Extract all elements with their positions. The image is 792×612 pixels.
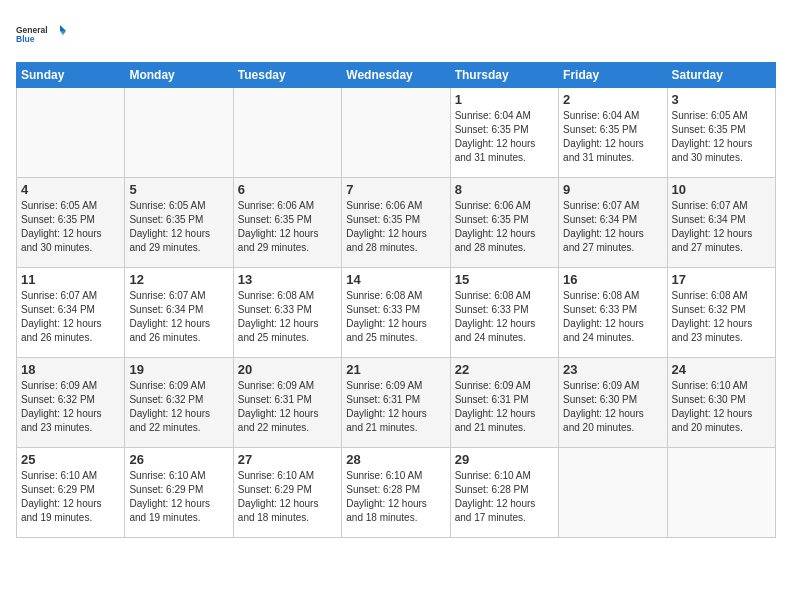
day-number: 26 xyxy=(129,452,228,467)
day-cell: 3Sunrise: 6:05 AMSunset: 6:35 PMDaylight… xyxy=(667,88,775,178)
day-cell: 4Sunrise: 6:05 AMSunset: 6:35 PMDaylight… xyxy=(17,178,125,268)
day-cell: 9Sunrise: 6:07 AMSunset: 6:34 PMDaylight… xyxy=(559,178,667,268)
day-cell: 25Sunrise: 6:10 AMSunset: 6:29 PMDayligh… xyxy=(17,448,125,538)
day-info: Sunrise: 6:09 AMSunset: 6:32 PMDaylight:… xyxy=(129,379,228,435)
day-number: 21 xyxy=(346,362,445,377)
col-header-saturday: Saturday xyxy=(667,63,775,88)
day-info: Sunrise: 6:10 AMSunset: 6:29 PMDaylight:… xyxy=(129,469,228,525)
day-cell: 10Sunrise: 6:07 AMSunset: 6:34 PMDayligh… xyxy=(667,178,775,268)
day-number: 29 xyxy=(455,452,554,467)
day-cell: 16Sunrise: 6:08 AMSunset: 6:33 PMDayligh… xyxy=(559,268,667,358)
day-info: Sunrise: 6:06 AMSunset: 6:35 PMDaylight:… xyxy=(346,199,445,255)
day-number: 28 xyxy=(346,452,445,467)
day-info: Sunrise: 6:10 AMSunset: 6:29 PMDaylight:… xyxy=(238,469,337,525)
day-number: 9 xyxy=(563,182,662,197)
day-info: Sunrise: 6:08 AMSunset: 6:33 PMDaylight:… xyxy=(346,289,445,345)
calendar-table: SundayMondayTuesdayWednesdayThursdayFrid… xyxy=(16,62,776,538)
week-row-5: 25Sunrise: 6:10 AMSunset: 6:29 PMDayligh… xyxy=(17,448,776,538)
day-number: 6 xyxy=(238,182,337,197)
day-info: Sunrise: 6:10 AMSunset: 6:29 PMDaylight:… xyxy=(21,469,120,525)
day-number: 2 xyxy=(563,92,662,107)
day-number: 7 xyxy=(346,182,445,197)
day-cell: 6Sunrise: 6:06 AMSunset: 6:35 PMDaylight… xyxy=(233,178,341,268)
header: General Blue xyxy=(16,16,776,54)
day-info: Sunrise: 6:08 AMSunset: 6:33 PMDaylight:… xyxy=(563,289,662,345)
day-number: 3 xyxy=(672,92,771,107)
day-cell: 23Sunrise: 6:09 AMSunset: 6:30 PMDayligh… xyxy=(559,358,667,448)
day-number: 25 xyxy=(21,452,120,467)
day-info: Sunrise: 6:08 AMSunset: 6:32 PMDaylight:… xyxy=(672,289,771,345)
day-info: Sunrise: 6:07 AMSunset: 6:34 PMDaylight:… xyxy=(129,289,228,345)
logo-svg: General Blue xyxy=(16,16,66,54)
logo: General Blue xyxy=(16,16,66,54)
col-header-sunday: Sunday xyxy=(17,63,125,88)
day-cell: 7Sunrise: 6:06 AMSunset: 6:35 PMDaylight… xyxy=(342,178,450,268)
col-header-wednesday: Wednesday xyxy=(342,63,450,88)
day-cell: 22Sunrise: 6:09 AMSunset: 6:31 PMDayligh… xyxy=(450,358,558,448)
day-number: 14 xyxy=(346,272,445,287)
day-cell: 21Sunrise: 6:09 AMSunset: 6:31 PMDayligh… xyxy=(342,358,450,448)
day-info: Sunrise: 6:09 AMSunset: 6:30 PMDaylight:… xyxy=(563,379,662,435)
day-cell xyxy=(233,88,341,178)
day-number: 18 xyxy=(21,362,120,377)
day-cell: 1Sunrise: 6:04 AMSunset: 6:35 PMDaylight… xyxy=(450,88,558,178)
day-info: Sunrise: 6:09 AMSunset: 6:31 PMDaylight:… xyxy=(346,379,445,435)
day-number: 4 xyxy=(21,182,120,197)
day-number: 1 xyxy=(455,92,554,107)
day-cell xyxy=(125,88,233,178)
day-cell: 27Sunrise: 6:10 AMSunset: 6:29 PMDayligh… xyxy=(233,448,341,538)
day-info: Sunrise: 6:09 AMSunset: 6:31 PMDaylight:… xyxy=(455,379,554,435)
day-cell: 13Sunrise: 6:08 AMSunset: 6:33 PMDayligh… xyxy=(233,268,341,358)
day-number: 23 xyxy=(563,362,662,377)
day-cell: 17Sunrise: 6:08 AMSunset: 6:32 PMDayligh… xyxy=(667,268,775,358)
week-row-3: 11Sunrise: 6:07 AMSunset: 6:34 PMDayligh… xyxy=(17,268,776,358)
day-cell: 18Sunrise: 6:09 AMSunset: 6:32 PMDayligh… xyxy=(17,358,125,448)
day-info: Sunrise: 6:06 AMSunset: 6:35 PMDaylight:… xyxy=(238,199,337,255)
day-info: Sunrise: 6:04 AMSunset: 6:35 PMDaylight:… xyxy=(563,109,662,165)
day-cell xyxy=(559,448,667,538)
day-info: Sunrise: 6:04 AMSunset: 6:35 PMDaylight:… xyxy=(455,109,554,165)
col-header-tuesday: Tuesday xyxy=(233,63,341,88)
day-info: Sunrise: 6:05 AMSunset: 6:35 PMDaylight:… xyxy=(129,199,228,255)
day-number: 17 xyxy=(672,272,771,287)
day-info: Sunrise: 6:10 AMSunset: 6:30 PMDaylight:… xyxy=(672,379,771,435)
day-number: 20 xyxy=(238,362,337,377)
day-info: Sunrise: 6:09 AMSunset: 6:32 PMDaylight:… xyxy=(21,379,120,435)
day-cell: 12Sunrise: 6:07 AMSunset: 6:34 PMDayligh… xyxy=(125,268,233,358)
week-row-1: 1Sunrise: 6:04 AMSunset: 6:35 PMDaylight… xyxy=(17,88,776,178)
day-number: 22 xyxy=(455,362,554,377)
day-number: 8 xyxy=(455,182,554,197)
svg-marker-2 xyxy=(60,25,66,31)
day-info: Sunrise: 6:05 AMSunset: 6:35 PMDaylight:… xyxy=(21,199,120,255)
day-number: 24 xyxy=(672,362,771,377)
day-number: 13 xyxy=(238,272,337,287)
day-info: Sunrise: 6:10 AMSunset: 6:28 PMDaylight:… xyxy=(346,469,445,525)
day-cell: 11Sunrise: 6:07 AMSunset: 6:34 PMDayligh… xyxy=(17,268,125,358)
svg-text:General: General xyxy=(16,25,48,35)
day-cell: 19Sunrise: 6:09 AMSunset: 6:32 PMDayligh… xyxy=(125,358,233,448)
col-header-friday: Friday xyxy=(559,63,667,88)
day-cell: 8Sunrise: 6:06 AMSunset: 6:35 PMDaylight… xyxy=(450,178,558,268)
day-cell: 14Sunrise: 6:08 AMSunset: 6:33 PMDayligh… xyxy=(342,268,450,358)
day-number: 19 xyxy=(129,362,228,377)
day-cell: 29Sunrise: 6:10 AMSunset: 6:28 PMDayligh… xyxy=(450,448,558,538)
day-cell: 28Sunrise: 6:10 AMSunset: 6:28 PMDayligh… xyxy=(342,448,450,538)
day-number: 15 xyxy=(455,272,554,287)
day-info: Sunrise: 6:08 AMSunset: 6:33 PMDaylight:… xyxy=(238,289,337,345)
day-number: 12 xyxy=(129,272,228,287)
day-cell: 24Sunrise: 6:10 AMSunset: 6:30 PMDayligh… xyxy=(667,358,775,448)
svg-marker-3 xyxy=(60,31,66,35)
day-number: 10 xyxy=(672,182,771,197)
day-cell: 26Sunrise: 6:10 AMSunset: 6:29 PMDayligh… xyxy=(125,448,233,538)
day-cell: 15Sunrise: 6:08 AMSunset: 6:33 PMDayligh… xyxy=(450,268,558,358)
day-info: Sunrise: 6:10 AMSunset: 6:28 PMDaylight:… xyxy=(455,469,554,525)
day-number: 5 xyxy=(129,182,228,197)
day-cell: 2Sunrise: 6:04 AMSunset: 6:35 PMDaylight… xyxy=(559,88,667,178)
day-cell: 20Sunrise: 6:09 AMSunset: 6:31 PMDayligh… xyxy=(233,358,341,448)
week-row-4: 18Sunrise: 6:09 AMSunset: 6:32 PMDayligh… xyxy=(17,358,776,448)
day-info: Sunrise: 6:08 AMSunset: 6:33 PMDaylight:… xyxy=(455,289,554,345)
day-number: 27 xyxy=(238,452,337,467)
header-row: SundayMondayTuesdayWednesdayThursdayFrid… xyxy=(17,63,776,88)
day-cell xyxy=(342,88,450,178)
day-cell xyxy=(17,88,125,178)
